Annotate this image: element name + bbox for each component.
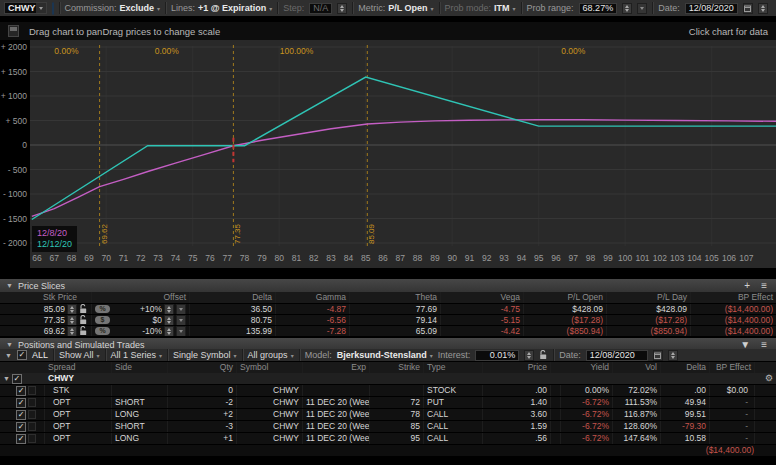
- symbol-filter-dropdown[interactable]: Single Symbol ▾: [173, 350, 237, 360]
- gear-icon[interactable]: ⚙: [765, 373, 773, 383]
- lock-icon[interactable]: [79, 304, 88, 314]
- column-header[interactable]: Offset: [92, 292, 190, 303]
- chevron-down-icon[interactable]: ▼: [5, 352, 12, 359]
- price-slices-menu-icon[interactable]: ≡: [758, 280, 770, 291]
- strike-value[interactable]: [370, 385, 424, 396]
- calendar-icon[interactable]: [653, 350, 663, 361]
- prob-mode-dropdown[interactable]: Prob mode: ITM ▾: [445, 3, 516, 13]
- offset-mode-badge[interactable]: %: [95, 305, 110, 313]
- offset-stepper[interactable]: [164, 315, 174, 325]
- column-header[interactable]: Vol: [613, 362, 661, 373]
- stk-price-value[interactable]: 77.35: [3, 315, 65, 325]
- date-input[interactable]: 12/08/2020: [685, 3, 738, 14]
- column-header[interactable]: Theta: [350, 292, 441, 303]
- model-dropdown[interactable]: Bjerksund-Stensland ▾: [337, 350, 433, 360]
- exp-value[interactable]: 11 DEC 20 (Week...: [303, 409, 370, 420]
- commission-dropdown[interactable]: Commission: Exclude ▾: [65, 3, 161, 13]
- exp-value[interactable]: 11 DEC 20 (Week...: [303, 433, 370, 444]
- positions-date-stepper[interactable]: [668, 350, 678, 361]
- column-header[interactable]: Type: [424, 362, 483, 373]
- group-collapse-chevron-icon[interactable]: ▼: [3, 373, 10, 384]
- chart-canvas[interactable]: + 2000+ 1500+ 1000+ 5000- 500- 1000- 150…: [0, 40, 776, 268]
- price-value[interactable]: .00: [483, 385, 551, 396]
- group-filter-dropdown[interactable]: All groups ▾: [248, 350, 294, 360]
- position-row[interactable]: ✓ OPT SHORT -2 CHWY 11 DEC 20 (Week... 7…: [0, 397, 776, 409]
- price-value[interactable]: .56: [483, 433, 551, 444]
- position-row[interactable]: ✓ OPT SHORT -3 CHWY 11 DEC 20 (Week... 8…: [0, 421, 776, 433]
- column-header[interactable]: Delta: [190, 292, 276, 303]
- column-header[interactable]: Delta: [661, 362, 710, 373]
- column-header[interactable]: Strike: [370, 362, 424, 373]
- positions-date-input[interactable]: 12/08/2020: [586, 350, 648, 361]
- symbol-select[interactable]: CHWY: [4, 2, 47, 14]
- offset-value[interactable]: $0: [112, 315, 162, 325]
- column-header[interactable]: Spread: [45, 362, 112, 373]
- offset-stepper[interactable]: [164, 326, 174, 336]
- lock-icon[interactable]: [79, 326, 88, 336]
- price-value[interactable]: 1.40: [483, 397, 551, 408]
- interest-stepper[interactable]: [524, 350, 534, 361]
- qty-value[interactable]: +1: [168, 433, 237, 444]
- stk-price-stepper[interactable]: [67, 315, 77, 325]
- exp-value[interactable]: 11 DEC 20 (Week...: [303, 421, 370, 432]
- collapse-chevron-icon[interactable]: ▼: [6, 282, 13, 289]
- column-header[interactable]: Stk Price: [0, 292, 92, 303]
- column-header[interactable]: Exp: [303, 362, 370, 373]
- prob-range-stepper[interactable]: [622, 3, 632, 14]
- row-checkbox[interactable]: ✓: [16, 434, 26, 444]
- prob-range-input[interactable]: 68.27%: [579, 3, 618, 14]
- column-header[interactable]: Symbol: [237, 362, 303, 373]
- prob-range-dropdown-icon[interactable]: [637, 3, 647, 14]
- position-row[interactable]: ✓ OPT LONG +2 CHWY 11 DEC 20 (Week... 78…: [0, 409, 776, 421]
- offset-value[interactable]: +10%: [112, 304, 162, 314]
- column-header[interactable]: P/L Day: [607, 292, 691, 303]
- strike-value[interactable]: 72: [370, 397, 424, 408]
- calendar-icon[interactable]: [743, 3, 753, 14]
- offset-dropdown-icon[interactable]: [176, 326, 186, 336]
- row-checkbox[interactable]: ✓: [16, 410, 26, 420]
- position-row[interactable]: ✓ STK 0 CHWY STOCK .00 0.00% 72.02% .00 …: [0, 385, 776, 397]
- type-value[interactable]: STOCK: [424, 385, 483, 396]
- offset-mode-badge[interactable]: $: [95, 316, 110, 324]
- type-value[interactable]: CALL: [424, 421, 483, 432]
- step-stepper[interactable]: [337, 3, 347, 14]
- row-checkbox[interactable]: ✓: [16, 422, 26, 432]
- column-header[interactable]: Side: [112, 362, 168, 373]
- qty-value[interactable]: +2: [168, 409, 237, 420]
- column-header[interactable]: Gamma: [276, 292, 350, 303]
- strike-value[interactable]: 78: [370, 409, 424, 420]
- position-row[interactable]: ✓ OPT LONG +1 CHWY 11 DEC 20 (Week... 95…: [0, 433, 776, 445]
- row-checkbox[interactable]: ✓: [16, 386, 26, 396]
- chart-panel-icon[interactable]: [8, 25, 19, 37]
- add-price-slice-button[interactable]: +: [741, 280, 753, 291]
- stk-price-stepper[interactable]: [67, 304, 77, 314]
- offset-dropdown-icon[interactable]: [176, 315, 186, 325]
- exp-value[interactable]: 11 DEC 20 (Week...: [303, 397, 370, 408]
- collapse-chevron-icon[interactable]: ▼: [6, 341, 13, 348]
- price-slice-row[interactable]: 77.35 $ $0 80.75 -6.56 79.14 -5.15 ($17.…: [0, 315, 776, 326]
- step-input[interactable]: N/A: [309, 3, 332, 14]
- stk-price-stepper[interactable]: [67, 326, 77, 336]
- stk-price-value[interactable]: 69.62: [3, 326, 65, 336]
- lines-dropdown[interactable]: Lines: +1 @ Expiration ▾: [171, 3, 272, 13]
- select-all-checkbox[interactable]: ✓: [17, 350, 27, 360]
- offset-mode-badge[interactable]: %: [95, 327, 110, 335]
- date-stepper[interactable]: [758, 3, 768, 14]
- interest-input[interactable]: 0.01%: [475, 350, 519, 361]
- type-value[interactable]: CALL: [424, 409, 483, 420]
- column-header[interactable]: P/L Open: [524, 292, 607, 303]
- group-checkbox[interactable]: ✓: [12, 374, 22, 384]
- symbol-group-row[interactable]: ▼ ✓ CHWY ⚙: [0, 373, 776, 385]
- column-header[interactable]: Vega: [441, 292, 524, 303]
- offset-value[interactable]: -10%: [112, 326, 162, 336]
- price-value[interactable]: 3.60: [483, 409, 551, 420]
- row-checkbox[interactable]: ✓: [16, 398, 26, 408]
- lock-icon[interactable]: [79, 315, 88, 325]
- type-value[interactable]: CALL: [424, 433, 483, 444]
- column-header[interactable]: Yield: [561, 362, 613, 373]
- column-header[interactable]: BP Effect: [710, 362, 755, 373]
- offset-stepper[interactable]: [164, 304, 174, 314]
- column-header[interactable]: Qty: [168, 362, 237, 373]
- price-slices-section-header[interactable]: ▼ Price Slices + ≡: [0, 279, 776, 292]
- show-all-dropdown[interactable]: Show All ▾: [59, 350, 100, 360]
